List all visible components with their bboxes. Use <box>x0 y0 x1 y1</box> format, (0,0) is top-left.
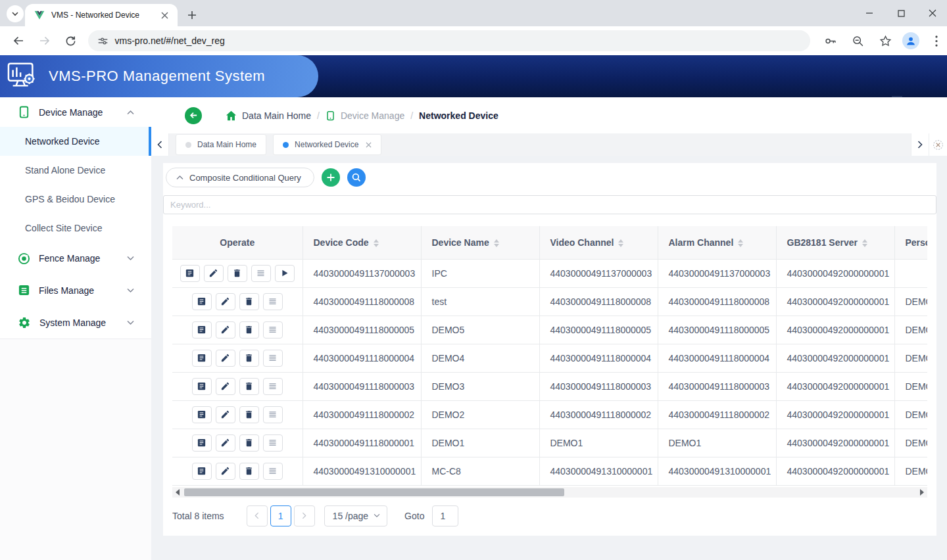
detail-button[interactable] <box>192 463 212 480</box>
zoom-indicator-icon[interactable] <box>847 30 868 51</box>
sort-icon[interactable] <box>374 239 379 247</box>
detail-button[interactable] <box>192 321 212 338</box>
tab-search-button[interactable] <box>7 5 24 22</box>
table-row: 44030000491310000001MC-C8440300004913100… <box>172 457 927 485</box>
column-header-device-name[interactable]: Device Name <box>421 226 539 259</box>
delete-button[interactable] <box>239 350 259 367</box>
list-button[interactable] <box>251 265 271 282</box>
list-button[interactable] <box>263 293 283 310</box>
sort-icon[interactable] <box>494 239 499 247</box>
sort-icon[interactable] <box>618 239 623 247</box>
add-device-button[interactable] <box>322 168 340 187</box>
breadcrumb-device-manage[interactable]: Device Manage <box>326 110 404 121</box>
address-bar[interactable]: vms-pro.net/#/net_dev_reg <box>88 30 810 51</box>
prev-page-button[interactable] <box>247 505 268 526</box>
sidebar-item-collect-site-device[interactable]: Collect Site Device <box>0 214 151 243</box>
column-header-video-channel[interactable]: Video Channel <box>539 226 658 259</box>
list-button[interactable] <box>263 321 283 338</box>
detail-button[interactable] <box>180 265 200 282</box>
delete-button[interactable] <box>239 434 259 452</box>
sidebar-item-stand-alone-device[interactable]: Stand Alone Device <box>0 156 151 185</box>
detail-button[interactable] <box>192 350 212 367</box>
sort-icon[interactable] <box>862 239 867 247</box>
sidebar-item-gps-beidou-device[interactable]: GPS & Beidou Device <box>0 185 151 214</box>
list-button[interactable] <box>263 434 283 452</box>
arrow-right-icon <box>39 35 51 47</box>
page-size-select[interactable]: 15 /page <box>324 505 388 526</box>
edit-button[interactable] <box>204 265 224 282</box>
browser-tab[interactable]: VMS - Networked Device <box>25 4 178 26</box>
chevron-right-icon <box>302 512 306 519</box>
horizontal-scrollbar[interactable] <box>172 487 927 498</box>
sidebar-item-device-manage[interactable]: Device Manage <box>0 97 151 127</box>
password-manager-icon[interactable] <box>819 30 840 51</box>
goto-page-input[interactable] <box>432 505 458 526</box>
detail-button[interactable] <box>192 434 212 452</box>
column-header-gb28181-server[interactable]: GB28181 Server <box>776 226 894 259</box>
minimize-button[interactable] <box>863 7 876 20</box>
detail-button[interactable] <box>192 406 212 423</box>
maximize-button[interactable] <box>894 7 908 20</box>
detail-button[interactable] <box>192 293 212 310</box>
browser-menu-button[interactable] <box>926 30 947 51</box>
back-button-app[interactable] <box>185 107 202 124</box>
edit-button[interactable] <box>216 293 235 310</box>
person-cell: DEMO <box>894 400 927 429</box>
composite-query-toggle[interactable]: Composite Conditional Query <box>166 168 314 187</box>
reload-button[interactable] <box>61 30 82 51</box>
list-button[interactable] <box>263 350 283 367</box>
keyword-input[interactable] <box>163 195 936 214</box>
browser-profile-avatar[interactable] <box>902 32 919 49</box>
table-body: 44030000491137000003IPC44030000491137000… <box>172 259 927 485</box>
tab-scroll-left-button[interactable] <box>151 133 169 156</box>
scroll-right-arrow-icon[interactable] <box>917 487 927 498</box>
page-number-button[interactable]: 1 <box>270 505 291 526</box>
forward-button[interactable] <box>34 30 55 51</box>
back-button[interactable] <box>8 30 29 51</box>
list-button[interactable] <box>263 378 283 395</box>
list-button[interactable] <box>263 463 283 480</box>
delete-button[interactable] <box>239 321 259 338</box>
scrollbar-thumb[interactable] <box>184 488 564 496</box>
bookmark-button[interactable] <box>875 30 896 51</box>
column-header-device-code[interactable]: Device Code <box>303 226 421 259</box>
sort-icon[interactable] <box>738 239 743 247</box>
tab-close-button[interactable] <box>158 9 171 22</box>
edit-button[interactable] <box>216 463 235 480</box>
tab-networked-device[interactable]: Networked Device <box>273 134 381 155</box>
close-all-tabs-button[interactable] <box>929 133 947 156</box>
breadcrumb-item: Device Manage <box>341 110 404 121</box>
scroll-left-arrow-icon[interactable] <box>172 487 183 498</box>
next-page-button[interactable] <box>294 505 315 526</box>
edit-button[interactable] <box>216 350 235 367</box>
edit-button[interactable] <box>216 406 235 423</box>
breadcrumb-home[interactable]: Data Main Home <box>226 110 311 121</box>
column-header-perso: Perso <box>894 226 927 259</box>
search-button[interactable] <box>347 168 366 187</box>
column-header-alarm-channel[interactable]: Alarm Channel <box>658 226 776 259</box>
sidebar-item-system-manage[interactable]: System Manage <box>0 306 151 338</box>
delete-button[interactable] <box>239 406 259 423</box>
list-button[interactable] <box>263 406 283 423</box>
delete-button[interactable] <box>239 463 259 480</box>
edit-button[interactable] <box>216 321 235 338</box>
tab-close-icon[interactable] <box>366 142 372 148</box>
sidebar-item-files-manage[interactable]: Files Manage <box>0 274 151 306</box>
target-icon <box>18 252 30 265</box>
edit-button[interactable] <box>216 434 235 452</box>
tab-scroll-right-button[interactable] <box>911 133 929 156</box>
sidebar-item-fence-manage[interactable]: Fence Manage <box>0 243 151 274</box>
sidebar-item-networked-device[interactable]: Networked Device <box>0 127 151 156</box>
edit-button[interactable] <box>216 378 235 395</box>
delete-button[interactable] <box>228 265 247 282</box>
table-row: 44030000491118000003DEMO3440300004911180… <box>172 372 927 400</box>
delete-button[interactable] <box>239 378 259 395</box>
kebab-menu-icon <box>935 35 938 47</box>
play-button[interactable] <box>275 265 295 282</box>
detail-button[interactable] <box>192 378 212 395</box>
close-window-button[interactable] <box>926 7 939 20</box>
sidebar-footer-area <box>0 338 151 560</box>
tab-data-main-home[interactable]: Data Main Home <box>176 134 266 155</box>
new-tab-button[interactable] <box>185 9 199 22</box>
delete-button[interactable] <box>239 293 259 310</box>
